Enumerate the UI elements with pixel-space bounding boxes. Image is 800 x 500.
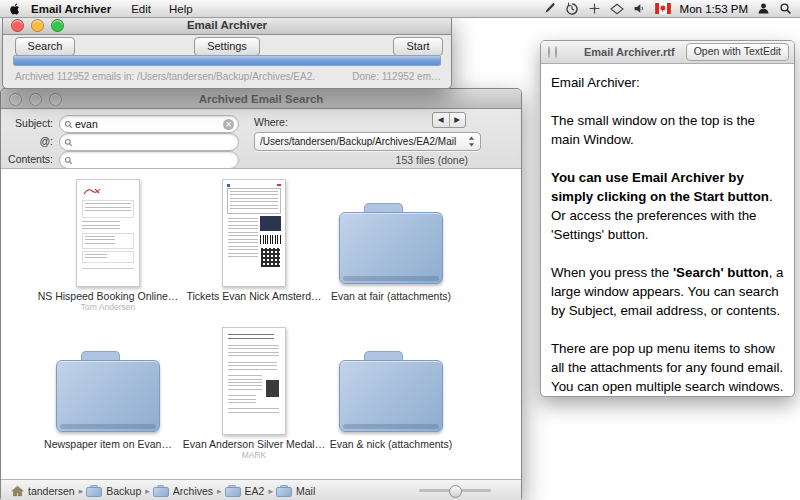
open-with-textedit-button[interactable]: Open with TextEdit bbox=[686, 43, 789, 61]
settings-button[interactable]: Settings bbox=[194, 37, 260, 56]
folder-icon[interactable] bbox=[339, 203, 443, 287]
address-label: @: bbox=[1, 133, 53, 149]
files-count: 153 files (done) bbox=[396, 154, 468, 166]
crumb-label: Backup bbox=[106, 485, 141, 497]
done-status-text: Done: 112952 em… bbox=[352, 71, 441, 82]
result-item[interactable]: Tickets Evan Nick Amsterd… bbox=[181, 173, 327, 312]
back-icon[interactable]: ◀ bbox=[433, 113, 450, 127]
path-crumb[interactable]: Archives bbox=[153, 485, 213, 497]
menu-bar: Email Archiver Edit Help Mon 1:53 PM bbox=[0, 0, 800, 18]
item-subtitle bbox=[35, 450, 181, 460]
address-search-field[interactable] bbox=[59, 133, 239, 151]
slider-knob[interactable] bbox=[449, 485, 462, 498]
pen-icon[interactable] bbox=[543, 2, 556, 15]
document-thumbnail[interactable] bbox=[222, 179, 286, 287]
subject-input[interactable] bbox=[73, 118, 223, 130]
path-crumb[interactable]: EA2 bbox=[225, 485, 265, 497]
airport-off-icon[interactable] bbox=[610, 3, 624, 15]
start-button[interactable]: Start bbox=[393, 37, 443, 56]
red-logo-scribble bbox=[83, 187, 103, 197]
home-icon bbox=[11, 485, 24, 497]
close-button[interactable] bbox=[548, 46, 550, 58]
clear-icon[interactable]: ✕ bbox=[223, 119, 234, 130]
time-machine-icon[interactable] bbox=[565, 2, 579, 16]
item-label: NS Hispeed Booking Online… bbox=[35, 290, 181, 302]
folder-icon bbox=[276, 485, 292, 497]
folder-icon[interactable] bbox=[339, 351, 443, 435]
item-label: Evan at fair (attachments) bbox=[318, 290, 464, 302]
crumb-label: EA2 bbox=[245, 485, 265, 497]
item-label: Tickets Evan Nick Amsterd… bbox=[181, 290, 327, 302]
where-label: Where: bbox=[254, 116, 288, 128]
path-crumb[interactable]: Backup bbox=[86, 485, 141, 497]
menu-edit[interactable]: Edit bbox=[131, 3, 151, 15]
result-item[interactable]: Evan at fair (attachments) bbox=[318, 173, 464, 312]
email-archiver-window: Email Archiver Search Settings Start Arc… bbox=[2, 14, 452, 89]
crumb-label: Archives bbox=[173, 485, 213, 497]
item-subtitle bbox=[318, 450, 464, 460]
folder-icon[interactable] bbox=[56, 351, 160, 435]
zoom-button[interactable] bbox=[51, 19, 64, 32]
archived-email-search-window: Archived Email Search Subject: ✕ @: Cont… bbox=[0, 88, 522, 500]
volume-icon[interactable] bbox=[633, 2, 646, 15]
contents-input[interactable] bbox=[73, 154, 234, 166]
result-item[interactable]: Newspaper item on Evan… bbox=[35, 321, 181, 460]
crumb-label: tandersen bbox=[28, 485, 75, 497]
search-toolbar: Subject: ✕ @: Contents: Where: /Users/ta… bbox=[1, 109, 521, 169]
where-value: /Users/tandersen/Backup/Archives/EA2/Mai… bbox=[260, 136, 468, 147]
search-button[interactable]: Search bbox=[15, 37, 75, 56]
search-icon bbox=[64, 120, 73, 129]
paragraph: When you press the 'Search' button, a la… bbox=[551, 263, 784, 320]
item-label: Evan & nick (attachments) bbox=[318, 438, 464, 450]
history-nav[interactable]: ◀ ▶ bbox=[432, 112, 466, 128]
user-switching-icon[interactable] bbox=[757, 2, 770, 15]
archive-status-text: Archived 112952 emails in: /Users/tander… bbox=[15, 71, 315, 82]
minimize-button[interactable] bbox=[29, 93, 42, 106]
flag-canada-icon[interactable] bbox=[655, 3, 671, 14]
search-icon bbox=[64, 156, 73, 165]
result-item[interactable]: Evan Anderson Silver Medal… MARK bbox=[181, 321, 327, 460]
item-subtitle bbox=[318, 302, 464, 312]
main-title-bar[interactable]: Email Archiver bbox=[3, 15, 451, 35]
address-input[interactable] bbox=[73, 136, 234, 148]
path-crumb[interactable]: Mail bbox=[276, 485, 315, 497]
icon-size-slider[interactable] bbox=[419, 489, 491, 492]
path-crumb-home[interactable]: tandersen bbox=[11, 485, 75, 497]
search-results-grid: NS Hispeed Booking Online… Tom Andersen … bbox=[1, 169, 521, 479]
spotlight-icon[interactable] bbox=[779, 2, 792, 15]
quicklook-title-bar[interactable]: Email Archiver.rtf Open with TextEdit bbox=[541, 41, 794, 64]
paragraph: The small window on the top is the main … bbox=[551, 111, 784, 149]
zoom-button[interactable] bbox=[49, 93, 62, 106]
subject-search-field[interactable]: ✕ bbox=[59, 115, 239, 133]
path-separator-icon bbox=[217, 486, 222, 496]
item-subtitle: MARK bbox=[181, 450, 327, 460]
forward-icon[interactable]: ▶ bbox=[450, 113, 466, 127]
progress-fill bbox=[14, 56, 440, 65]
path-separator-icon bbox=[268, 486, 273, 496]
where-dropdown[interactable]: /Users/tandersen/Backup/Archives/EA2/Mai… bbox=[254, 132, 481, 151]
quicklook-window: Email Archiver.rtf Open with TextEdit Em… bbox=[540, 40, 795, 397]
result-item[interactable]: NS Hispeed Booking Online… Tom Andersen bbox=[35, 173, 181, 312]
zoom-button[interactable] bbox=[555, 46, 557, 58]
archive-progress-bar bbox=[13, 55, 441, 66]
document-thumbnail[interactable] bbox=[76, 179, 140, 287]
universal-access-icon[interactable] bbox=[588, 2, 601, 15]
menu-help[interactable]: Help bbox=[169, 3, 193, 15]
path-separator-icon bbox=[79, 486, 84, 496]
contents-search-field[interactable] bbox=[59, 151, 239, 169]
close-button[interactable] bbox=[9, 93, 22, 106]
window-title: Email Archiver bbox=[187, 19, 267, 31]
document-thumbnail[interactable] bbox=[222, 327, 286, 435]
menu-clock[interactable]: Mon 1:53 PM bbox=[680, 3, 748, 15]
paragraph: You can use Email Archiver by simply cli… bbox=[551, 168, 784, 244]
crumb-label: Mail bbox=[296, 485, 315, 497]
minimize-button[interactable] bbox=[31, 19, 44, 32]
search-title-bar[interactable]: Archived Email Search bbox=[1, 89, 521, 109]
folder-icon bbox=[86, 485, 102, 497]
paragraph: Email Archiver: bbox=[551, 73, 784, 92]
menu-app-name[interactable]: Email Archiver bbox=[31, 3, 111, 15]
result-item[interactable]: Evan & nick (attachments) bbox=[318, 321, 464, 460]
close-button[interactable] bbox=[11, 19, 24, 32]
paragraph: There are pop up menu items to show all … bbox=[551, 339, 784, 396]
apple-menu-icon[interactable] bbox=[9, 2, 21, 16]
